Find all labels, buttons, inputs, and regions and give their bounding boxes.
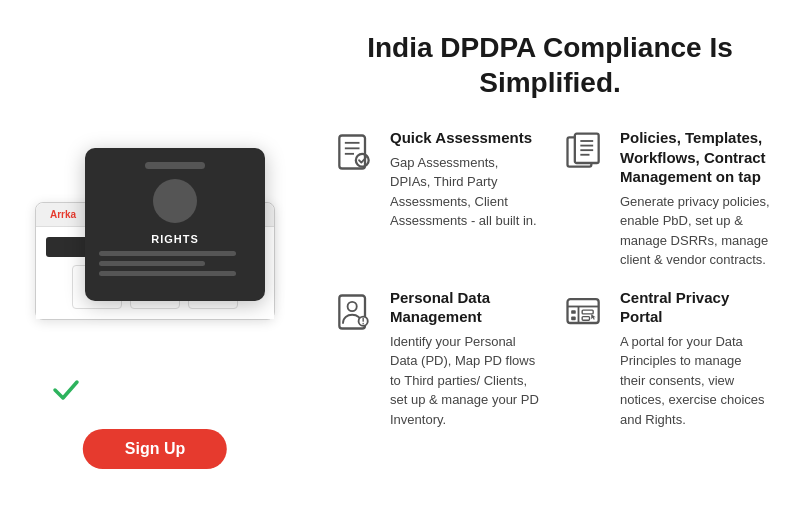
card-line-3: [99, 271, 236, 276]
signup-button[interactable]: Sign Up: [83, 429, 227, 469]
card-handle: [145, 162, 205, 169]
card-line-1: [99, 251, 236, 256]
privacy-portal-desc: A portal for your Data Principles to man…: [620, 332, 770, 430]
right-panel: India DPDPA Compliance Is Simplified. Qu…: [310, 0, 800, 521]
privacy-portal-title: Central Privacy Portal: [620, 288, 770, 327]
feature-personal-data: Personal Data Management Identify your P…: [330, 288, 540, 430]
svg-rect-24: [582, 310, 593, 314]
main-title: India DPDPA Compliance Is Simplified.: [330, 30, 770, 100]
svg-rect-22: [571, 310, 576, 314]
checkmark-badge: [50, 374, 82, 406]
privacy-portal-icon: [560, 288, 608, 336]
quick-assessments-title: Quick Assessments: [390, 128, 540, 148]
policies-icon: [560, 128, 608, 176]
policies-content: Policies, Templates, Workflows, Contract…: [620, 128, 770, 270]
svg-rect-9: [575, 134, 599, 163]
features-grid: Quick Assessments Gap Assessments, DPIAs…: [330, 128, 770, 429]
feature-privacy-portal: Central Privacy Portal A portal for your…: [560, 288, 770, 430]
svg-point-18: [362, 322, 363, 323]
card-avatar: [153, 179, 197, 223]
quick-assessments-content: Quick Assessments Gap Assessments, DPIAs…: [390, 128, 540, 231]
svg-rect-23: [571, 316, 576, 320]
quick-assessments-desc: Gap Assessments, DPIAs, Third Party Asse…: [390, 153, 540, 231]
policies-title: Policies, Templates, Workflows, Contract…: [620, 128, 770, 187]
left-panel: Arrka COMPLY WITH INDIA DPDPA: [0, 0, 310, 521]
feature-quick-assessments: Quick Assessments Gap Assessments, DPIAs…: [330, 128, 540, 270]
dark-overlay-card: RIGHTS: [85, 148, 265, 301]
personal-data-content: Personal Data Management Identify your P…: [390, 288, 540, 430]
feature-policies: Policies, Templates, Workflows, Contract…: [560, 128, 770, 270]
personal-data-desc: Identify your Personal Data (PD), Map PD…: [390, 332, 540, 430]
policies-desc: Generate privacy policies, enable PbD, s…: [620, 192, 770, 270]
rights-label: RIGHTS: [99, 233, 251, 245]
svg-point-15: [348, 301, 357, 310]
svg-marker-26: [591, 314, 596, 320]
privacy-portal-content: Central Privacy Portal A portal for your…: [620, 288, 770, 430]
check-icon: [50, 374, 82, 406]
quick-assessments-icon: [330, 128, 378, 176]
card-line-2: [99, 261, 205, 266]
svg-rect-3: [339, 136, 365, 169]
personal-data-title: Personal Data Management: [390, 288, 540, 327]
svg-rect-25: [582, 316, 589, 320]
personal-data-icon: [330, 288, 378, 336]
